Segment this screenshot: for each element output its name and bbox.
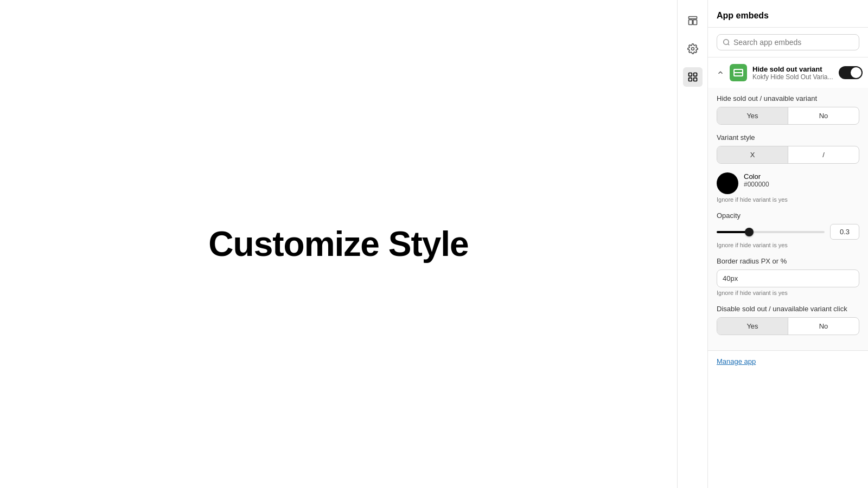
main-content: Customize Style xyxy=(0,0,677,488)
app-name: Hide sold out variant xyxy=(752,65,833,73)
search-icon xyxy=(723,38,730,46)
svg-rect-7 xyxy=(693,78,697,81)
apps-icon-button[interactable] xyxy=(683,67,703,87)
border-radius-group: Border radius PX or % Ignore if hide var… xyxy=(717,257,859,296)
border-radius-note: Ignore if hide variant is yes xyxy=(717,290,859,296)
svg-line-9 xyxy=(728,44,730,46)
embed-item-header: Hide sold out variant Kokfy Hide Sold Ou… xyxy=(708,57,868,88)
variant-x-button[interactable]: X xyxy=(717,146,788,163)
slider-thumb xyxy=(745,228,754,236)
panel-title: App embeds xyxy=(717,11,769,20)
chevron-up-button[interactable] xyxy=(717,69,724,76)
variant-slash-button[interactable]: / xyxy=(788,146,859,163)
opacity-row xyxy=(717,224,859,240)
embed-settings: Hide sold out / unavaible variant Yes No… xyxy=(708,88,868,350)
svg-rect-10 xyxy=(735,70,742,72)
color-info: Color #000000 xyxy=(744,172,769,188)
embed-item: Hide sold out variant Kokfy Hide Sold Ou… xyxy=(708,57,868,351)
embed-toggle[interactable] xyxy=(839,66,863,79)
hide-variant-no-button[interactable]: No xyxy=(788,107,859,124)
svg-rect-1 xyxy=(688,20,692,24)
hide-variant-btn-group: Yes No xyxy=(717,107,859,125)
settings-icon-button[interactable] xyxy=(683,39,703,59)
apps-icon xyxy=(687,72,698,82)
layout-icon xyxy=(687,15,698,26)
svg-rect-6 xyxy=(688,78,692,81)
app-icon-inner xyxy=(733,69,743,76)
color-note: Ignore if hide variant is yes xyxy=(717,196,859,203)
hide-variant-yes-button[interactable]: Yes xyxy=(717,107,788,124)
disable-click-no-button[interactable]: No xyxy=(788,318,859,335)
app-subtitle: Kokfy Hide Sold Out Varia... xyxy=(752,73,833,81)
opacity-input[interactable] xyxy=(830,224,859,240)
slider-track xyxy=(717,231,825,233)
icon-strip xyxy=(677,0,707,488)
svg-rect-0 xyxy=(688,17,697,19)
variant-style-group: Variant style X / xyxy=(717,133,859,164)
disable-click-label: Disable sold out / unavailable variant c… xyxy=(717,305,859,313)
app-icon-svg xyxy=(735,70,742,75)
hide-variant-group: Hide sold out / unavaible variant Yes No xyxy=(717,94,859,125)
manage-app-link[interactable]: Manage app xyxy=(708,351,868,372)
gear-icon xyxy=(687,43,698,54)
svg-point-3 xyxy=(691,48,694,50)
color-row: Color #000000 xyxy=(717,172,859,194)
opacity-label: Opacity xyxy=(717,211,859,220)
disable-click-group: Disable sold out / unavailable variant c… xyxy=(717,305,859,335)
opacity-slider-wrapper[interactable] xyxy=(717,227,825,237)
search-container xyxy=(708,28,868,57)
panel-header: App embeds xyxy=(708,0,868,28)
opacity-note: Ignore if hide variant is yes xyxy=(717,242,859,248)
color-label: Color xyxy=(744,172,769,181)
app-icon xyxy=(730,64,747,81)
disable-click-yes-button[interactable]: Yes xyxy=(717,318,788,335)
opacity-group: Opacity Ignore if hide variant is yes xyxy=(717,211,859,248)
border-radius-input[interactable] xyxy=(717,269,859,287)
color-value: #000000 xyxy=(744,181,769,188)
svg-rect-11 xyxy=(735,73,742,75)
search-input-wrapper xyxy=(717,34,859,50)
color-group: Color #000000 Ignore if hide variant is … xyxy=(717,172,859,203)
hide-variant-label: Hide sold out / unavaible variant xyxy=(717,94,859,102)
toggle-thumb xyxy=(851,67,861,78)
svg-rect-4 xyxy=(688,73,692,76)
layout-icon-button[interactable] xyxy=(683,11,703,30)
chevron-up-icon xyxy=(717,69,724,76)
border-radius-label: Border radius PX or % xyxy=(717,257,859,265)
variant-style-label: Variant style xyxy=(717,133,859,142)
svg-rect-2 xyxy=(693,20,697,24)
app-embeds-panel: App embeds xyxy=(707,0,868,488)
svg-point-8 xyxy=(724,40,729,44)
page-title: Customize Style xyxy=(208,224,468,264)
svg-rect-5 xyxy=(693,73,697,76)
disable-click-btn-group: Yes No xyxy=(717,317,859,335)
app-info: Hide sold out variant Kokfy Hide Sold Ou… xyxy=(752,65,833,81)
color-swatch[interactable] xyxy=(717,172,738,194)
search-input[interactable] xyxy=(733,38,853,47)
variant-style-btn-group: X / xyxy=(717,146,859,164)
